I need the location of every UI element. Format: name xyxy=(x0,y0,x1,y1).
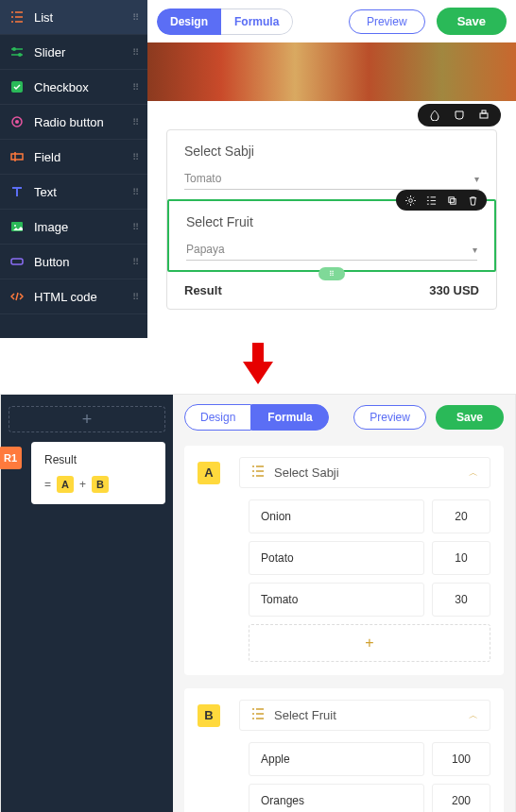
sidebar-item-html[interactable]: HTML code ⠿ xyxy=(0,279,147,314)
dropdown-field[interactable]: Papaya ▾ xyxy=(186,239,477,261)
option-value-input[interactable]: 10 xyxy=(432,541,490,575)
sidebar-label: Text xyxy=(34,185,57,199)
grip-icon: ⠿ xyxy=(132,222,140,232)
variable-panel-a: A Select Sabji ︿ Onion 20 Potato 10 Toma… xyxy=(184,446,504,675)
tab-formula[interactable]: Formula xyxy=(251,404,328,431)
sidebar-item-image[interactable]: Image ⠿ xyxy=(0,210,147,245)
list-icon xyxy=(251,708,265,722)
grip-icon: ⠿ xyxy=(132,12,140,23)
option-row: Potato 10 xyxy=(249,541,490,575)
sidebar-item-list[interactable]: List ⠿ xyxy=(0,0,147,35)
svg-point-1 xyxy=(18,53,22,57)
svg-rect-8 xyxy=(11,259,23,264)
grip-icon: ⠿ xyxy=(132,152,140,162)
mode-toggle: Design Formula xyxy=(157,8,293,35)
grip-icon: ⠿ xyxy=(132,117,140,127)
formula-expression: = A + B xyxy=(44,476,152,493)
sidebar-label: Checkbox xyxy=(34,80,89,94)
option-name-input[interactable]: Tomato xyxy=(249,583,424,617)
var-header-box[interactable]: Select Sabji ︿ xyxy=(239,457,490,488)
option-value-input[interactable]: 100 xyxy=(432,742,490,776)
section-toolbar xyxy=(396,190,487,211)
equals-sign: = xyxy=(44,478,51,491)
toolbar: Design Formula Preview Save xyxy=(147,0,516,42)
sidebar-item-radio[interactable]: Radio button ⠿ xyxy=(0,105,147,140)
sidebar-label: Radio button xyxy=(34,115,104,129)
var-title: Select Sabji xyxy=(274,465,339,480)
field-label: Select Fruit xyxy=(186,214,477,229)
option-name-input[interactable]: Apple xyxy=(249,742,424,776)
checkbox-icon xyxy=(9,79,25,94)
sidebar-item-slider[interactable]: Slider ⠿ xyxy=(0,35,147,70)
svg-rect-13 xyxy=(450,198,456,204)
svg-rect-9 xyxy=(480,113,488,118)
result-card[interactable]: Result = A + B xyxy=(31,442,165,504)
form-section-fruit[interactable]: Select Fruit Papaya ▾ ⠿ xyxy=(167,199,496,272)
variable-panel-b: B Select Fruit ︿ Apple 100 Oranges 200 P… xyxy=(184,688,504,812)
result-title: Result xyxy=(44,453,152,466)
sidebar-item-text[interactable]: Text ⠿ xyxy=(0,175,147,210)
var-title: Select Fruit xyxy=(274,708,336,722)
code-icon xyxy=(9,289,25,304)
tab-formula[interactable]: Formula xyxy=(221,8,293,35)
add-result-button[interactable]: + xyxy=(9,406,165,432)
svg-rect-5 xyxy=(11,154,23,160)
arrow-down-decoration xyxy=(0,338,516,394)
chevron-up-icon[interactable]: ︿ xyxy=(469,466,478,480)
sidebar-label: Field xyxy=(34,150,60,164)
list-icon xyxy=(9,9,25,25)
form-card: Select Sabji Tomato ▾ Select Fruit Papay… xyxy=(166,129,497,310)
trash-icon[interactable] xyxy=(466,194,479,207)
dropdown-field[interactable]: Tomato ▾ xyxy=(184,168,479,190)
radio-icon xyxy=(9,114,25,129)
field-label: Select Sabji xyxy=(184,144,479,159)
option-value-input[interactable]: 30 xyxy=(432,583,490,617)
option-value-input[interactable]: 200 xyxy=(432,784,490,812)
field-icon xyxy=(9,149,25,164)
dropdown-value: Papaya xyxy=(186,243,225,256)
print-icon[interactable] xyxy=(476,108,491,123)
drag-handle-icon[interactable]: ⠿ xyxy=(318,267,345,280)
option-row: Onion 20 xyxy=(249,499,490,533)
option-name-input[interactable]: Potato xyxy=(249,541,424,575)
list-icon[interactable] xyxy=(424,194,438,207)
drop-icon[interactable] xyxy=(427,108,442,123)
var-badge-b: B xyxy=(198,704,220,727)
add-option-button[interactable]: + xyxy=(249,624,490,662)
cup-icon[interactable] xyxy=(452,108,467,123)
button-icon xyxy=(9,254,25,269)
grip-icon: ⠿ xyxy=(132,82,140,93)
chip-a[interactable]: A xyxy=(57,476,74,493)
svg-point-4 xyxy=(15,120,19,124)
chevron-up-icon[interactable]: ︿ xyxy=(469,709,478,722)
preview-button[interactable]: Preview xyxy=(353,405,426,430)
plus-sign: + xyxy=(79,478,86,491)
sidebar-item-button[interactable]: Button ⠿ xyxy=(0,245,147,279)
chip-b[interactable]: B xyxy=(92,476,109,493)
text-icon xyxy=(9,184,25,199)
option-name-input[interactable]: Onion xyxy=(249,499,424,533)
tab-design[interactable]: Design xyxy=(184,404,251,431)
r1-badge: R1 xyxy=(0,447,22,469)
sidebar-label: Slider xyxy=(34,45,65,59)
save-button[interactable]: Save xyxy=(437,8,507,35)
formula-sidebar: + R1 Result = A + B xyxy=(1,395,173,812)
mode-toggle: Design Formula xyxy=(184,404,329,431)
sidebar-label: Image xyxy=(34,220,68,234)
save-button[interactable]: Save xyxy=(436,405,504,430)
sidebar-item-checkbox[interactable]: Checkbox ⠿ xyxy=(0,70,147,105)
option-name-input[interactable]: Oranges xyxy=(249,784,424,812)
list-icon xyxy=(251,465,265,480)
option-value-input[interactable]: 20 xyxy=(432,499,490,533)
result-label: Result xyxy=(184,283,222,297)
copy-icon[interactable] xyxy=(445,194,458,207)
gear-icon[interactable] xyxy=(404,194,417,207)
var-header-box[interactable]: Select Fruit ︿ xyxy=(239,700,490,731)
svg-point-11 xyxy=(408,198,412,202)
sidebar-item-field[interactable]: Field ⠿ xyxy=(0,140,147,175)
sidebar-label: List xyxy=(34,10,53,25)
tab-design[interactable]: Design xyxy=(157,8,221,35)
chevron-down-icon: ▾ xyxy=(473,245,477,255)
result-value: 330 USD xyxy=(429,283,479,297)
preview-button[interactable]: Preview xyxy=(349,9,425,34)
